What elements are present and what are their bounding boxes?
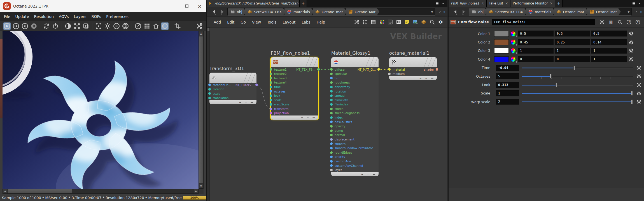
input-port-dot[interactable] [330, 151, 333, 154]
output-NT_TRANS[interactable]: NT_TRANS… [235, 83, 254, 87]
port-hasCaustics[interactable]: hasCaustics [331, 120, 379, 124]
input-port-dot[interactable] [388, 68, 391, 71]
tools-icon[interactable] [196, 22, 203, 30]
back-arrow-icon[interactable] [211, 9, 217, 15]
input-port-dot[interactable] [330, 73, 333, 75]
tree-view-icon[interactable] [362, 19, 368, 25]
input-port-dot[interactable] [330, 142, 333, 145]
port-spread[interactable]: spread [331, 94, 379, 98]
port-layer[interactable]: layer [331, 168, 379, 172]
port-texture3[interactable]: texture3 [271, 76, 318, 80]
node-name-field[interactable] [492, 19, 595, 25]
octane-menu-aovs[interactable]: AOVs [56, 14, 71, 19]
close-button[interactable]: × [193, 0, 206, 12]
slider-handle[interactable] [550, 74, 552, 78]
slider-handle[interactable] [556, 83, 557, 87]
hscroll-track[interactable] [72, 189, 194, 193]
network-menu-help[interactable]: Help [314, 20, 328, 24]
refresh-icon[interactable] [43, 22, 50, 30]
node-footer-badges[interactable]: ≡=— [331, 172, 379, 176]
new-tab-button[interactable]: + [300, 0, 307, 7]
list-view-icon[interactable] [370, 19, 376, 25]
gear-menu-icon[interactable] [628, 56, 634, 62]
palette-icon[interactable] [379, 19, 385, 25]
input-port-dot[interactable] [270, 112, 272, 114]
color-wheel-icon[interactable] [510, 48, 516, 54]
breadcrumb-item-obj[interactable]: obj [469, 8, 487, 15]
port-filmwidth[interactable]: filmwidth [331, 98, 379, 102]
breadcrumb-dropdown-icon[interactable]: ▼ [626, 10, 631, 13]
input-port-dot[interactable] [270, 108, 272, 110]
node-header[interactable] [209, 73, 256, 83]
network-menu-view[interactable]: View [249, 20, 264, 24]
input-port-dot[interactable] [330, 164, 333, 167]
home-icon[interactable] [152, 22, 160, 30]
input-port-dot[interactable] [270, 94, 272, 97]
viewport-horizontal-scrollbar[interactable]: ◀ ▶ [3, 189, 199, 194]
color-wheel-icon[interactable] [510, 56, 516, 62]
breadcrumb-item-screwsfbx_fbx[interactable]: ScrewsFBX_FBX [245, 8, 286, 15]
value-field[interactable]: 1 [496, 90, 519, 96]
port-rotation[interactable]: rotation [331, 89, 379, 94]
param-slider[interactable] [522, 73, 633, 79]
gear-menu-icon[interactable] [636, 65, 642, 71]
input-port-dot[interactable] [330, 116, 333, 119]
node-flags[interactable] [246, 73, 254, 83]
sticky-note-icon[interactable] [404, 19, 410, 25]
input-port-dot[interactable] [330, 112, 333, 114]
gear-menu-icon[interactable] [636, 82, 642, 88]
pin-icon[interactable] [636, 9, 638, 15]
port-sheen[interactable]: sheen [331, 107, 379, 111]
scroll-right-icon[interactable]: ▶ [194, 189, 198, 193]
wire-transform3d-to-fbm[interactable] [256, 85, 271, 109]
value-field[interactable]: 0.5 [554, 31, 591, 37]
output-NT_MAT_G[interactable]: NT_MAT_G… [358, 67, 376, 72]
node-type-icon[interactable] [450, 19, 456, 26]
tab-close-icon[interactable]: × [550, 1, 553, 5]
value-field[interactable]: 0.5 [591, 31, 627, 37]
tab-take-list[interactable]: Take List× [487, 0, 510, 7]
output-port-dot[interactable] [255, 84, 258, 86]
port-anisotropy[interactable]: anisotropy [331, 85, 379, 89]
node-footer-badges[interactable]: ≡=— [271, 115, 318, 120]
octane-menu-update[interactable]: Update [13, 14, 32, 19]
breadcrumb-item-screwsfbx_fbx[interactable]: ScrewsFBX_FBX [486, 8, 527, 15]
help-icon[interactable]: ? [635, 19, 641, 25]
value-field[interactable]: 0.5 [518, 31, 554, 37]
output-shader[interactable]: shader [424, 67, 434, 72]
gear-menu-icon[interactable] [636, 73, 642, 79]
port-brdf[interactable]: brdf [331, 76, 379, 80]
node-Transform_3D1[interactable]: Transform_3D1rotationOr…NT_TRANS…rotatio… [209, 73, 256, 104]
grid-icon[interactable] [143, 22, 151, 30]
color-swatch[interactable] [494, 56, 509, 62]
scroll-up-icon[interactable]: ▲ [199, 31, 203, 36]
port-material[interactable]: materialshader [389, 67, 437, 72]
input-port-dot[interactable] [330, 81, 333, 84]
color-wheel-icon[interactable] [510, 39, 516, 45]
network-menu-labs[interactable]: Labs [298, 20, 313, 24]
node-octane_material1[interactable]: octane_material1materialshadermedium≡=— [389, 57, 437, 80]
value-field[interactable]: 1 [554, 48, 591, 54]
port-sheenRoughness[interactable]: sheenRoughness [331, 111, 379, 115]
input-port-dot[interactable] [330, 90, 333, 93]
skip-end-icon[interactable] [21, 22, 29, 30]
new-tab-button[interactable]: + [555, 0, 563, 7]
radar-icon[interactable] [640, 9, 642, 15]
network-menu-add[interactable]: Add [211, 20, 224, 24]
port-texture1[interactable]: texture1NT_TEX_FB… [271, 67, 318, 72]
gear-menu-icon[interactable] [599, 19, 605, 25]
value-field[interactable]: 1 [518, 48, 554, 54]
network-menu-tools[interactable]: Tools [264, 20, 279, 24]
input-port-dot[interactable] [208, 88, 211, 91]
node-flags[interactable] [307, 57, 316, 67]
input-port-dot[interactable] [330, 99, 333, 101]
network-canvas[interactable]: VEX Builder Transform_3D1rotationOr…NT_T… [207, 27, 447, 201]
port-index[interactable]: index [331, 115, 379, 120]
port-texture2[interactable]: texture2 [271, 72, 318, 76]
value-field[interactable]: -0.04 [496, 65, 519, 71]
dropdown-icon[interactable] [441, 2, 445, 5]
zoom-icon[interactable] [429, 19, 435, 25]
tab-close-icon[interactable]: × [505, 1, 508, 5]
input-port-dot[interactable] [208, 97, 211, 99]
slider-handle[interactable] [631, 100, 633, 104]
